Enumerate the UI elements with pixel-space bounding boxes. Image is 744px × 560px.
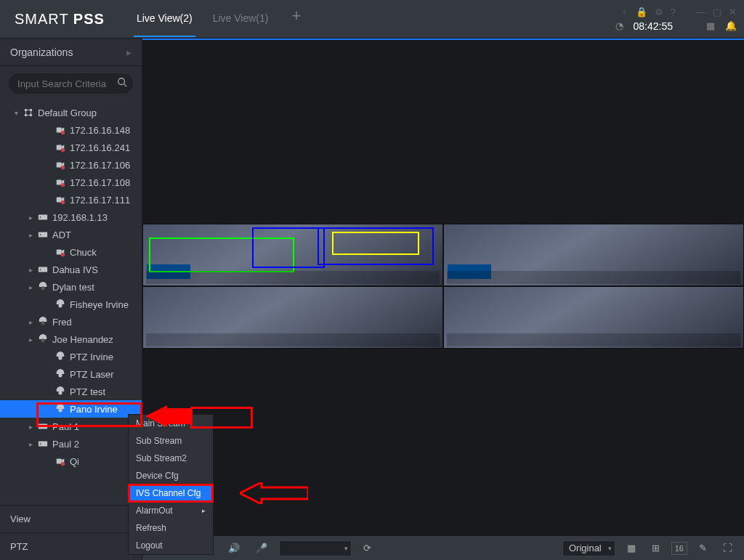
svg-rect-40 <box>57 459 62 464</box>
grid-16-button[interactable]: 16 <box>671 542 687 555</box>
ctx-item-device-cfg[interactable]: Device Cfg <box>129 467 213 484</box>
tree-node-5[interactable]: ▸192.168.1.13 <box>0 208 142 226</box>
talk-icon[interactable]: 🎤 <box>251 540 272 556</box>
tree-node-12[interactable]: ▸Joe Henandez <box>0 330 142 348</box>
ctx-item-refresh[interactable]: Refresh <box>129 519 213 537</box>
tree-node-0[interactable]: 172.16.16.148 <box>0 121 142 139</box>
lock-icon[interactable]: 🔒 <box>636 7 647 17</box>
tab-liveview2[interactable]: Live View(2) <box>134 1 195 37</box>
svg-marker-43 <box>240 482 308 504</box>
tree-node-7[interactable]: Chuck <box>0 243 142 261</box>
tab-liveview1[interactable]: Live View(1) <box>210 1 272 37</box>
ctx-item-alarmout[interactable]: AlarmOut▸ <box>129 502 213 519</box>
svg-point-30 <box>41 321 44 325</box>
tree-node-11[interactable]: ▸Fred <box>0 313 142 330</box>
device-icon <box>36 317 49 327</box>
device-icon <box>54 125 67 135</box>
tree-node-1[interactable]: 172.16.16.241 <box>0 139 142 156</box>
tree-node-9[interactable]: ▸Dylan test <box>0 278 142 296</box>
tree-node-6[interactable]: ▸ADT <box>0 226 142 243</box>
device-icon <box>36 264 49 275</box>
device-icon <box>36 282 49 292</box>
camera-feed-2[interactable] <box>443 224 744 286</box>
fullscreen-icon[interactable]: ⛶ <box>719 540 737 556</box>
tree-node-10[interactable]: Fisheye Irvine <box>0 296 142 313</box>
cpu-icon[interactable]: ▦ <box>706 20 715 31</box>
annotation-arrow-1 <box>145 405 196 427</box>
tree-node-2[interactable]: 172.16.17.106 <box>0 156 142 174</box>
tree-node-18[interactable]: ▸Paul 2 <box>0 435 142 453</box>
scale-select[interactable]: Original <box>562 540 615 556</box>
svg-rect-24 <box>57 250 62 255</box>
video-grid[interactable] <box>142 38 744 535</box>
title-bar: SMART PSS Live View(2) Live View(1) + ♀ … <box>0 0 744 38</box>
ctx-item-sub-stream2[interactable]: Sub Stream2 <box>129 450 213 467</box>
tree-node-19[interactable]: Qi <box>0 453 142 470</box>
tree-node-4[interactable]: 172.16.17.111 <box>0 191 142 208</box>
tree-node-16[interactable]: Pano Irvine <box>0 400 142 418</box>
device-icon <box>36 334 49 344</box>
sidebar-header[interactable]: Organizations▸ <box>0 38 142 66</box>
context-menu[interactable]: Main StreamSub StreamSub Stream2Device C… <box>128 414 214 555</box>
svg-point-25 <box>61 253 65 256</box>
svg-point-33 <box>58 373 62 377</box>
ctx-item-ivs-channel-cfg[interactable]: IVS Channel Cfg <box>129 484 213 502</box>
svg-rect-10 <box>57 128 62 133</box>
tree-node-17[interactable]: ▸Paul 1 <box>0 418 142 435</box>
grid-2x2-icon[interactable]: ▦ <box>623 540 640 556</box>
add-tab-button[interactable]: + <box>286 1 307 37</box>
svg-point-28 <box>41 286 44 290</box>
stream-select[interactable] <box>279 540 352 556</box>
annotation-arrow-2 <box>240 482 308 504</box>
svg-point-39 <box>40 443 41 445</box>
ctx-item-sub-stream[interactable]: Sub Stream <box>129 432 213 450</box>
device-icon <box>54 404 67 414</box>
bell-icon[interactable]: 🔔 <box>725 20 737 31</box>
svg-point-29 <box>58 304 62 307</box>
close-icon[interactable]: ✕ <box>729 7 737 17</box>
sidebar-section-view[interactable]: View <box>0 505 142 532</box>
refresh-icon[interactable]: ⟳ <box>359 540 376 556</box>
sidebar-section-ptz[interactable]: PTZ <box>0 532 142 560</box>
camera-feed-1[interactable] <box>142 224 443 286</box>
device-icon <box>36 439 49 449</box>
svg-point-35 <box>58 408 62 412</box>
search-icon[interactable] <box>117 77 127 89</box>
svg-rect-14 <box>57 163 62 168</box>
tree-node-15[interactable]: PTZ test <box>0 383 142 400</box>
detection-box-blue <box>252 227 325 268</box>
camera-feed-4[interactable] <box>443 286 744 349</box>
svg-rect-16 <box>57 180 62 185</box>
help-icon[interactable]: ? <box>671 7 676 17</box>
device-icon <box>54 386 67 397</box>
user-icon[interactable]: ♀ <box>621 7 628 17</box>
bottom-toolbar: ▣ ■ 📷 🔊 🎤 ⟳ Original ▦ ⊞ 16 ✎ ⛶ <box>142 535 744 560</box>
device-tree[interactable]: ▾Default Group172.16.16.148172.16.16.241… <box>0 101 142 505</box>
device-icon <box>54 456 67 466</box>
tree-node-13[interactable]: PTZ Irvine <box>0 348 142 365</box>
search-input[interactable] <box>9 73 133 94</box>
tree-node-14[interactable]: PTZ Laser <box>0 365 142 383</box>
svg-point-27 <box>40 269 41 270</box>
tree-node-8[interactable]: ▸Dahua IVS <box>0 261 142 278</box>
tree-root[interactable]: ▾Default Group <box>0 104 142 121</box>
svg-point-13 <box>61 148 65 152</box>
audio-icon[interactable]: 🔊 <box>224 540 244 556</box>
tab-strip: Live View(2) Live View(1) + <box>134 1 307 37</box>
camera-feed-3[interactable] <box>142 286 443 349</box>
device-icon <box>54 195 67 205</box>
svg-point-31 <box>41 338 44 342</box>
clock-icon: ◔ <box>615 20 623 31</box>
device-icon <box>36 212 49 222</box>
grid-3x3-icon[interactable]: ⊞ <box>647 540 664 556</box>
tree-node-3[interactable]: 172.16.17.108 <box>0 174 142 191</box>
minimize-icon[interactable]: — <box>696 7 705 17</box>
settings-icon[interactable]: ⚙ <box>655 7 663 17</box>
svg-point-17 <box>61 183 65 187</box>
edit-layout-icon[interactable]: ✎ <box>695 540 711 556</box>
content-area: ▣ ■ 📷 🔊 🎤 ⟳ Original ▦ ⊞ 16 ✎ ⛶ <box>142 38 744 560</box>
maximize-icon[interactable]: ▢ <box>713 7 721 17</box>
device-icon <box>54 177 67 187</box>
svg-point-21 <box>40 216 41 218</box>
ctx-item-logout[interactable]: Logout <box>129 537 213 554</box>
